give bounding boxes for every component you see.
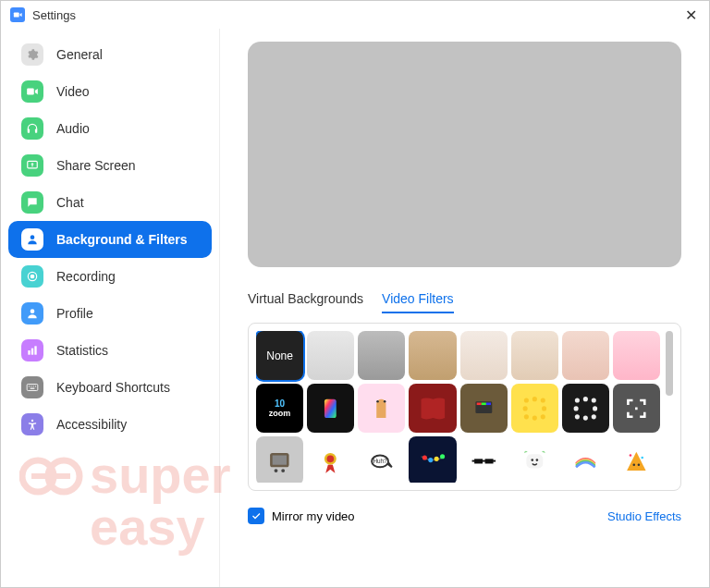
mirror-video-checkbox[interactable] [248,508,264,524]
svg-rect-23 [476,402,481,405]
svg-rect-0 [14,13,19,18]
filter-thumbnail[interactable] [256,436,303,483]
sidebar-item-label: General [56,47,103,62]
svg-rect-56 [471,459,496,461]
accessibility-icon [21,413,43,435]
sidebar-item-label: Recording [56,269,116,284]
svg-point-33 [522,406,527,410]
svg-rect-24 [481,402,485,405]
filter-thumbnail[interactable] [511,384,558,433]
svg-point-29 [542,406,546,410]
svg-point-60 [633,463,636,466]
background-icon [21,228,43,251]
filter-thumbnail[interactable] [307,384,354,433]
filter-thumbnail[interactable]: 10zoom [256,384,303,433]
filter-thumbnail[interactable] [307,331,354,380]
svg-point-38 [592,414,596,419]
sidebar-item-label: Background & Filters [56,232,188,247]
sidebar-item-accessibility[interactable]: Accessibility [8,406,212,443]
filter-thumbnail[interactable] [409,384,456,433]
scrollbar-thumb[interactable] [666,331,673,396]
svg-point-63 [642,456,644,459]
share-screen-icon [21,154,43,177]
filter-scrollbar[interactable] [666,331,673,483]
chat-icon [21,191,43,214]
close-button[interactable]: ✕ [681,6,700,24]
filter-thumbnail[interactable] [460,436,508,483]
svg-rect-10 [31,349,33,355]
svg-point-5 [31,235,35,239]
sidebar-item-profile[interactable]: Profile [8,295,212,332]
sidebar-item-video[interactable]: Video [8,73,212,110]
sidebar-item-label: Keyboard Shortcuts [56,380,170,395]
svg-rect-17 [31,388,35,389]
sidebar: General Video Audio Share Screen Chat Ba… [1,29,220,587]
svg-point-58 [531,459,533,461]
sidebar-item-keyboard-shortcuts[interactable]: Keyboard Shortcuts [8,369,212,406]
filter-thumbnail[interactable] [460,384,508,433]
svg-point-32 [524,414,529,419]
filter-thumbnail[interactable] [562,384,609,433]
svg-point-8 [31,309,35,313]
svg-rect-9 [28,350,30,355]
svg-point-30 [541,414,545,419]
svg-point-31 [532,415,537,420]
svg-point-36 [592,398,596,402]
sidebar-item-label: Statistics [56,343,108,358]
sidebar-item-share-screen[interactable]: Share Screen [8,147,212,184]
svg-point-35 [583,397,588,401]
svg-point-20 [377,400,380,403]
video-icon [21,80,43,103]
svg-point-37 [593,406,597,410]
filter-panel: None 10zoom Huh? [248,323,681,491]
svg-point-62 [630,454,632,457]
filter-thumbnail[interactable] [409,331,456,380]
filter-thumbnail[interactable] [562,436,609,483]
video-preview [248,42,681,267]
sidebar-item-recording[interactable]: Recording [8,258,212,295]
svg-point-28 [541,398,545,402]
svg-point-39 [583,415,588,420]
sidebar-item-background-filters[interactable]: Background & Filters [8,221,212,258]
svg-point-53 [440,454,445,459]
filter-thumbnail[interactable] [307,436,354,483]
svg-point-52 [434,456,438,460]
filter-thumbnail[interactable] [358,331,405,380]
filter-thumbnail[interactable] [511,331,558,380]
svg-point-59 [535,459,538,461]
studio-effects-link[interactable]: Studio Effects [607,509,681,523]
filter-thumbnail[interactable]: Huh? [358,436,405,483]
filter-thumbnail[interactable] [358,384,405,433]
svg-rect-12 [27,385,38,391]
sidebar-item-audio[interactable]: Audio [8,110,212,147]
keyboard-icon [21,376,43,398]
svg-point-47 [327,455,335,462]
svg-point-26 [524,398,529,402]
sidebar-item-label: Video [56,84,90,99]
statistics-icon [21,339,43,361]
svg-rect-2 [28,129,30,133]
titlebar: Settings ✕ [1,1,709,29]
filter-thumbnail[interactable] [409,436,456,483]
tab-video-filters[interactable]: Video Filters [382,291,454,313]
filter-thumbnail[interactable] [613,436,660,483]
sidebar-item-general[interactable]: General [8,36,212,73]
svg-rect-43 [273,455,287,464]
svg-point-21 [384,400,386,403]
filter-thumbnail[interactable] [613,384,660,433]
filter-none[interactable]: None [256,331,303,380]
headphones-icon [21,117,43,140]
sidebar-item-chat[interactable]: Chat [8,184,212,221]
filter-thumbnail[interactable] [613,331,660,380]
sidebar-item-statistics[interactable]: Statistics [8,332,212,369]
svg-point-34 [575,398,580,402]
filter-thumbnail[interactable] [460,331,508,380]
tab-virtual-backgrounds[interactable]: Virtual Backgrounds [248,291,363,313]
svg-point-45 [281,469,285,472]
svg-rect-1 [27,89,34,95]
svg-rect-3 [35,129,37,133]
filter-thumbnail[interactable] [511,436,558,483]
svg-rect-25 [486,402,491,405]
sidebar-item-label: Chat [56,195,84,210]
filter-thumbnail[interactable] [562,331,609,380]
